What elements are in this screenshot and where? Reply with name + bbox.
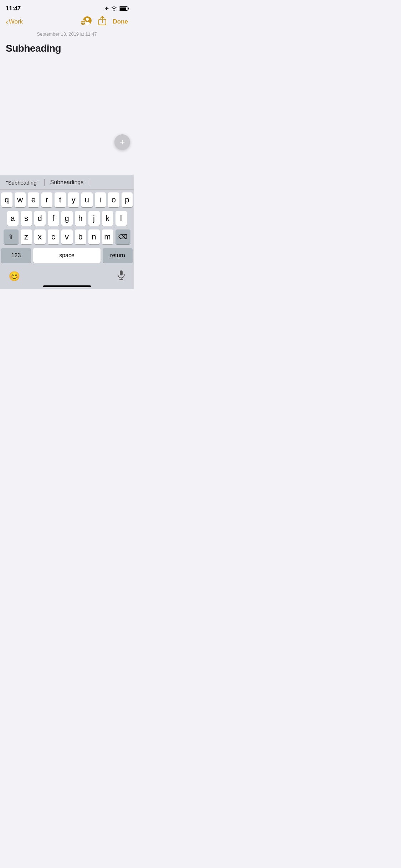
status-bar: 11:47 ✈ — [0, 0, 134, 14]
key-f[interactable]: f — [48, 211, 59, 226]
nav-bar: ‹ Work Done — [0, 14, 134, 31]
key-a[interactable]: a — [7, 211, 19, 226]
key-y[interactable]: y — [68, 192, 79, 207]
autocomplete-item-2[interactable]: Subheadings — [45, 178, 89, 187]
wifi-icon — [111, 6, 117, 11]
keyboard-row-2: a s d f g h j k l — [1, 211, 133, 226]
bottom-bar: 😊 — [0, 268, 134, 284]
key-n[interactable]: n — [88, 229, 100, 244]
collaborate-icon — [79, 16, 92, 26]
status-icons: ✈ — [104, 5, 128, 12]
emoji-button[interactable]: 😊 — [9, 271, 20, 282]
status-time: 11:47 — [6, 5, 21, 12]
share-icon — [98, 16, 107, 26]
key-v[interactable]: v — [61, 229, 73, 244]
keyboard-row-4: 123 space return — [1, 248, 133, 263]
return-key[interactable]: return — [103, 248, 133, 263]
key-g[interactable]: g — [61, 211, 73, 226]
key-h[interactable]: h — [75, 211, 86, 226]
share-button[interactable] — [98, 16, 107, 28]
key-d[interactable]: d — [34, 211, 46, 226]
space-key[interactable]: space — [33, 248, 101, 263]
key-e[interactable]: e — [28, 192, 39, 207]
svg-point-1 — [86, 18, 89, 21]
battery-fill — [120, 7, 126, 10]
keyboard-row-1: q w e r t y u i o p — [1, 192, 133, 207]
key-l[interactable]: l — [115, 211, 127, 226]
done-button[interactable]: Done — [113, 18, 128, 25]
nav-actions: Done — [79, 16, 128, 28]
note-date: September 13, 2019 at 11:47 — [0, 31, 134, 40]
delete-key[interactable]: ⌫ — [115, 229, 130, 244]
keyboard-area: "Subheading" Subheadings q w e r t y u i… — [0, 175, 134, 289]
key-i[interactable]: i — [95, 192, 106, 207]
keyboard: q w e r t y u i o p a s d f g h j k l ⇧ … — [0, 190, 134, 268]
back-label: Work — [9, 18, 23, 25]
key-c[interactable]: c — [48, 229, 59, 244]
mic-button[interactable] — [117, 270, 125, 283]
plus-button[interactable]: + — [114, 134, 130, 150]
mic-icon — [117, 270, 125, 280]
key-t[interactable]: t — [55, 192, 66, 207]
chevron-left-icon: ‹ — [6, 18, 8, 25]
key-o[interactable]: o — [108, 192, 119, 207]
key-p[interactable]: p — [122, 192, 133, 207]
key-x[interactable]: x — [34, 229, 46, 244]
key-u[interactable]: u — [81, 192, 93, 207]
autocomplete-bar: "Subheading" Subheadings — [0, 175, 134, 190]
plus-icon: + — [119, 137, 125, 146]
battery-icon — [119, 6, 128, 11]
note-content: Subheading + — [0, 40, 134, 154]
back-button[interactable]: ‹ Work — [6, 18, 23, 25]
autocomplete-item-3 — [89, 181, 134, 184]
key-s[interactable]: s — [21, 211, 32, 226]
key-r[interactable]: r — [41, 192, 53, 207]
key-w[interactable]: w — [15, 192, 26, 207]
autocomplete-item-1[interactable]: "Subheading" — [0, 178, 45, 187]
key-m[interactable]: m — [102, 229, 113, 244]
key-z[interactable]: z — [21, 229, 32, 244]
key-b[interactable]: b — [75, 229, 86, 244]
note-heading[interactable]: Subheading — [6, 42, 128, 55]
key-q[interactable]: q — [1, 192, 12, 207]
key-j[interactable]: j — [88, 211, 100, 226]
keyboard-row-3: ⇧ z x c v b n m ⌫ — [1, 229, 133, 244]
shift-key[interactable]: ⇧ — [4, 229, 19, 244]
home-indicator — [43, 285, 91, 287]
airplane-icon: ✈ — [104, 5, 109, 12]
collaborate-button[interactable] — [79, 16, 92, 28]
svg-rect-8 — [120, 270, 123, 275]
key-k[interactable]: k — [102, 211, 113, 226]
numbers-key[interactable]: 123 — [1, 248, 31, 263]
